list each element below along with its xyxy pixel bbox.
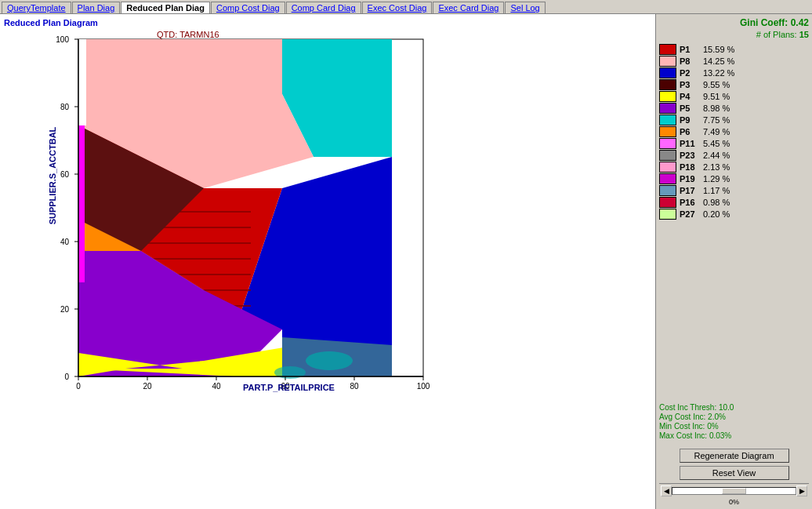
tab-querytemplate[interactable]: QueryTemplate [2,2,71,13]
legend-item-p3: P39.55 % [659,79,809,90]
legend-id-p9: P9 [680,115,703,125]
tab-exec-cost-diag[interactable]: Exec Cost Diag [362,2,433,13]
svg-text:40: 40 [212,382,221,391]
tab-comp-card-diag[interactable]: Comp Card Diag [286,2,361,13]
buttons: Regenerate Diagram Reset View [659,449,809,483]
tab-bar: QueryTemplatePlan DiagReduced Plan DiagC… [0,0,812,14]
tab-exec-card-diag[interactable]: Exec Card Diag [433,2,504,13]
scroll-right-button[interactable]: ▶ [796,485,807,496]
svg-point-20 [306,351,353,370]
legend-item-p23: P232.44 % [659,150,809,161]
legend-color-p16 [659,197,676,208]
tab-sel-log[interactable]: Sel Log [505,2,545,13]
x-axis-label: PART.P_RETAILPRICE [243,383,335,392]
legend-item-p2: P213.22 % [659,67,809,78]
legend-id-p18: P18 [680,162,703,172]
svg-rect-3 [78,39,86,125]
cost-min: Min Cost Inc: 0% [659,422,809,431]
legend-color-p23 [659,150,676,161]
legend-id-p23: P23 [680,151,703,160]
chart-container: 0 20 40 60 80 100 0 20 40 60 [47,31,651,408]
reset-view-button[interactable]: Reset View [680,466,789,480]
legend-item-p19: P191.29 % [659,173,809,184]
legend-color-p27 [659,209,676,220]
chart-panel: Reduced Plan Diagram QTD: TARMN16 SUPPLI… [0,14,655,509]
legend-item-p8: P814.25 % [659,56,809,67]
legend-item-p6: P67.49 % [659,126,809,137]
legend-id-p16: P16 [680,198,703,207]
legend-pct-p8: 14.25 % [703,56,734,66]
legend-id-p17: P17 [680,186,703,195]
legend-item-p4: P49.51 % [659,91,809,102]
legend-id-p5: P5 [680,104,703,113]
legend-item-p18: P182.13 % [659,162,809,173]
legend-pct-p16: 0.98 % [703,198,730,207]
legend-pct-p11: 5.45 % [703,139,730,148]
svg-text:40: 40 [60,238,70,246]
legend-id-p27: P27 [680,209,703,219]
legend-color-p4 [659,91,676,102]
legend-pct-p9: 7.75 % [703,115,730,125]
legend-pct-p18: 2.13 % [703,162,730,172]
scrollbar-track[interactable] [672,487,796,495]
legend-color-p11 [659,138,676,149]
legend-id-p11: P11 [680,139,703,148]
tab-plan-diag[interactable]: Plan Diag [72,2,121,13]
scroll-left-button[interactable]: ◀ [661,485,672,496]
scrollbar-area: ◀ ▶ [659,483,809,497]
num-plans-label: # of Plans: [756,30,797,39]
chart-title: Reduced Plan Diagram [4,18,651,27]
legend-pct-p3: 9.55 % [703,80,730,89]
legend-item-p17: P171.17 % [659,185,809,196]
legend-pct-p23: 2.44 % [703,151,730,160]
legend-item-p1: P115.59 % [659,44,809,55]
svg-text:80: 80 [60,103,70,111]
legend-color-p5 [659,103,676,114]
legend-id-p1: P1 [680,45,703,54]
main-layout: Reduced Plan Diagram QTD: TARMN16 SUPPLI… [0,14,812,509]
tab-reduced-plan-diag[interactable]: Reduced Plan Diag [121,2,210,13]
legend-color-p19 [659,173,676,184]
svg-text:20: 20 [143,382,152,391]
legend-color-p1 [659,44,676,55]
legend: P115.59 %P814.25 %P213.22 %P39.55 %P49.5… [659,44,809,400]
svg-text:0: 0 [64,373,69,381]
svg-rect-22 [78,125,85,282]
legend-pct-p17: 1.17 % [703,186,730,195]
gini-coeff: Gini Coeff: 0.42 [659,17,809,28]
cost-thresh: Cost Inc Thresh: 10.0 [659,403,809,412]
legend-id-p2: P2 [680,68,703,78]
legend-pct-p2: 13.22 % [703,68,734,78]
svg-text:100: 100 [56,35,69,44]
svg-text:100: 100 [417,382,430,391]
diagram-svg: 0 20 40 60 80 100 0 20 40 60 [47,31,439,408]
legend-pct-p19: 1.29 % [703,174,730,184]
legend-pct-p6: 7.49 % [703,127,730,136]
legend-item-p27: P270.20 % [659,209,809,220]
legend-pct-p4: 9.51 % [703,92,730,101]
cost-avg: Avg Cost Inc: 2.0% [659,413,809,421]
scrollbar-thumb[interactable] [722,488,746,494]
num-plans-value: 15 [799,30,809,39]
legend-color-p2 [659,67,676,78]
legend-color-p8 [659,56,676,67]
svg-text:80: 80 [350,382,359,391]
legend-item-p9: P97.75 % [659,115,809,125]
legend-pct-p1: 15.59 % [703,45,734,54]
regenerate-diagram-button[interactable]: Regenerate Diagram [680,449,789,463]
legend-id-p3: P3 [680,80,703,89]
legend-id-p8: P8 [680,56,703,66]
legend-color-p6 [659,126,676,137]
svg-text:0: 0 [76,382,81,391]
legend-color-p3 [659,79,676,90]
tab-comp-cost-diag[interactable]: Comp Cost Diag [211,2,285,13]
cost-info: Cost Inc Thresh: 10.0 Avg Cost Inc: 2.0%… [659,403,809,441]
legend-item-p11: P115.45 % [659,138,809,149]
scroll-pct: 0% [659,498,809,506]
legend-id-p6: P6 [680,127,703,136]
svg-text:20: 20 [60,305,70,314]
legend-id-p19: P19 [680,174,703,184]
legend-color-p18 [659,162,676,173]
right-panel: Gini Coeff: 0.42 # of Plans: 15 P115.59 … [655,14,812,509]
num-plans: # of Plans: 15 [659,30,809,39]
